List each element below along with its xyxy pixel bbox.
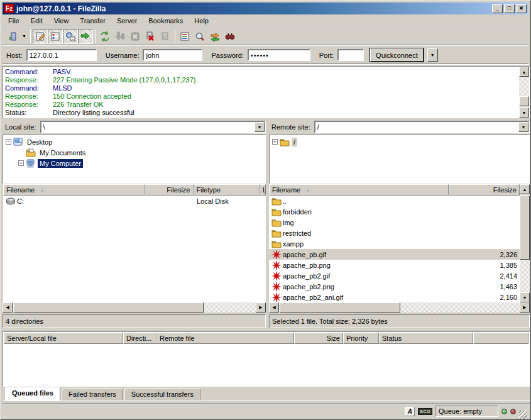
menu-server[interactable]: Server xyxy=(111,16,143,26)
remote-file-row[interactable]: apache_pb2_ani.gif 2,160 xyxy=(269,292,520,302)
tree-label: My Documents xyxy=(38,148,87,157)
tab-queued-files[interactable]: Queued files xyxy=(5,387,60,401)
site-manager-dropdown[interactable]: ▼ xyxy=(20,29,28,44)
password-input[interactable] xyxy=(248,49,310,61)
column-priority[interactable]: Priority xyxy=(343,333,379,344)
tab-failed-transfers[interactable]: Failed transfers xyxy=(62,389,123,401)
chevron-down-icon[interactable]: ▼ xyxy=(518,122,528,132)
title-bar[interactable]: Fz john@127.0.0.1 - FileZilla _ □ ✕ xyxy=(3,3,528,14)
column-filename[interactable]: Filename▲ xyxy=(3,184,145,196)
log-scrollbar[interactable]: ▲ ▼ xyxy=(519,67,529,118)
tree-label: Desktop xyxy=(25,138,54,146)
remote-file-row[interactable]: .. xyxy=(269,196,520,206)
refresh-button[interactable] xyxy=(97,29,112,44)
scroll-right-icon[interactable]: ▶ xyxy=(520,302,530,312)
toggle-local-tree-button[interactable] xyxy=(48,29,63,44)
chevron-down-icon[interactable]: ▼ xyxy=(255,122,265,132)
sync-browse-button[interactable] xyxy=(207,29,222,44)
site-manager-button[interactable] xyxy=(5,29,20,44)
menu-view[interactable]: View xyxy=(48,16,75,26)
toggle-log-button[interactable] xyxy=(33,29,48,44)
column-server-local-file[interactable]: Server/Local file xyxy=(4,333,123,344)
menu-bookmarks[interactable]: Bookmarks xyxy=(143,16,189,26)
column-filetype[interactable]: Filetype xyxy=(194,184,260,196)
scroll-right-icon[interactable]: ▶ xyxy=(256,302,266,312)
column-remote-file[interactable]: Remote file xyxy=(156,333,294,344)
remote-file-row[interactable]: restricted xyxy=(269,228,520,238)
port-input[interactable] xyxy=(337,49,364,61)
remote-file-row[interactable]: apache_pb2.gif 2,414 xyxy=(269,270,520,281)
remote-file-row[interactable]: img xyxy=(269,217,520,228)
remote-file-row[interactable]: apache_pb2.png 1,463 xyxy=(269,281,520,292)
scroll-down-icon[interactable]: ▼ xyxy=(520,292,530,302)
log-line: Command: PASV xyxy=(5,68,518,76)
tree-item-desktop[interactable]: − Desktop xyxy=(6,136,265,147)
reconnect-button[interactable] xyxy=(158,29,173,44)
resize-grip[interactable] xyxy=(519,411,527,419)
scroll-left-icon[interactable]: ◀ xyxy=(269,302,279,312)
remote-vscrollbar[interactable]: ▲ ▼ xyxy=(520,184,530,302)
collapse-icon[interactable]: − xyxy=(6,139,11,145)
cancel-button[interactable] xyxy=(128,29,143,44)
column-direction[interactable]: Directi... xyxy=(123,333,156,344)
remote-hscrollbar[interactable]: ◀ ▶ xyxy=(269,302,530,312)
tree-item-my-computer[interactable]: + My Computer xyxy=(6,158,265,169)
quickconnect-button[interactable]: Quickconnect xyxy=(370,48,424,62)
scroll-up-icon[interactable]: ▲ xyxy=(519,67,529,77)
filter-icon xyxy=(180,31,190,41)
file-name: xampp xyxy=(283,240,304,248)
local-site-combo[interactable]: \ ▼ xyxy=(40,121,266,133)
column-last-modified[interactable]: L xyxy=(260,184,266,196)
folder-icon xyxy=(271,239,282,249)
local-site-label: Local site: xyxy=(3,123,40,131)
log-label: Response: xyxy=(5,92,53,101)
scroll-thumb[interactable] xyxy=(280,302,400,312)
tab-successful-transfers[interactable]: Successful transfers xyxy=(124,389,200,401)
remote-file-row[interactable]: apache_pb.png 1,385 xyxy=(269,260,520,270)
host-input[interactable] xyxy=(26,49,97,61)
scroll-thumb[interactable] xyxy=(13,302,204,312)
column-size[interactable]: Size xyxy=(294,333,343,344)
menu-edit[interactable]: Edit xyxy=(25,16,48,26)
file-name: apache_pb.gif xyxy=(283,251,326,258)
quickconnect-dropdown[interactable]: ▼ xyxy=(427,48,438,62)
disconnect-button[interactable] xyxy=(143,29,158,44)
close-button[interactable]: ✕ xyxy=(516,4,527,13)
scroll-left-icon[interactable]: ◀ xyxy=(3,302,13,312)
maximize-button[interactable]: □ xyxy=(504,4,515,13)
column-filename[interactable]: Filename▲ xyxy=(269,184,449,196)
toggle-remote-tree-button[interactable] xyxy=(63,29,78,44)
menu-help[interactable]: Help xyxy=(189,16,214,26)
remote-file-row[interactable]: xampp xyxy=(269,238,520,249)
menu-transfer[interactable]: Transfer xyxy=(74,16,111,26)
remote-file-row-selected[interactable]: apache_pb.gif 2,326 xyxy=(269,249,520,260)
expand-icon[interactable]: + xyxy=(272,139,278,145)
scroll-up-icon[interactable]: ▲ xyxy=(520,184,530,194)
tree-item-root[interactable]: + / xyxy=(272,136,529,147)
menu-file[interactable]: File xyxy=(3,16,25,26)
tree-item-my-documents[interactable]: My Documents xyxy=(6,147,265,158)
disconnect-icon xyxy=(145,31,155,41)
process-queue-button[interactable] xyxy=(112,29,128,44)
log-line: Command: MLSD xyxy=(5,84,518,92)
drive-icon xyxy=(6,196,16,206)
column-filesize[interactable]: Filesize xyxy=(145,184,194,196)
remote-site-combo[interactable]: / ▼ xyxy=(314,121,530,133)
toggle-queue-button[interactable] xyxy=(78,29,93,44)
log-text: Directory listing successful xyxy=(53,109,134,117)
find-files-button[interactable] xyxy=(222,29,238,44)
local-hscrollbar[interactable]: ◀ ▶ xyxy=(3,302,266,312)
expand-icon[interactable]: + xyxy=(18,160,24,166)
scroll-thumb[interactable] xyxy=(519,96,529,106)
minimize-button[interactable]: _ xyxy=(492,4,503,13)
username-input[interactable] xyxy=(143,49,202,61)
scroll-down-icon[interactable]: ▼ xyxy=(519,108,529,118)
scroll-thumb[interactable] xyxy=(520,196,530,260)
log-label: Command: xyxy=(5,68,53,76)
compare-button[interactable] xyxy=(192,29,207,44)
local-file-row[interactable]: C: Local Disk xyxy=(3,196,266,206)
filter-button[interactable] xyxy=(177,29,192,44)
remote-file-row[interactable]: forbidden xyxy=(269,206,520,217)
column-status[interactable]: Status xyxy=(379,333,473,344)
column-filesize[interactable]: Filesize xyxy=(449,184,520,196)
